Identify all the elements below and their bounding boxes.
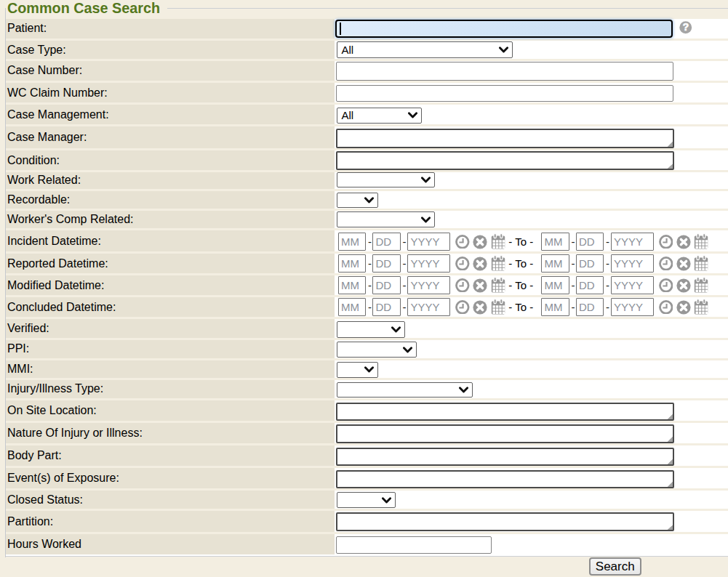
svg-text:?: ?: [683, 22, 689, 33]
